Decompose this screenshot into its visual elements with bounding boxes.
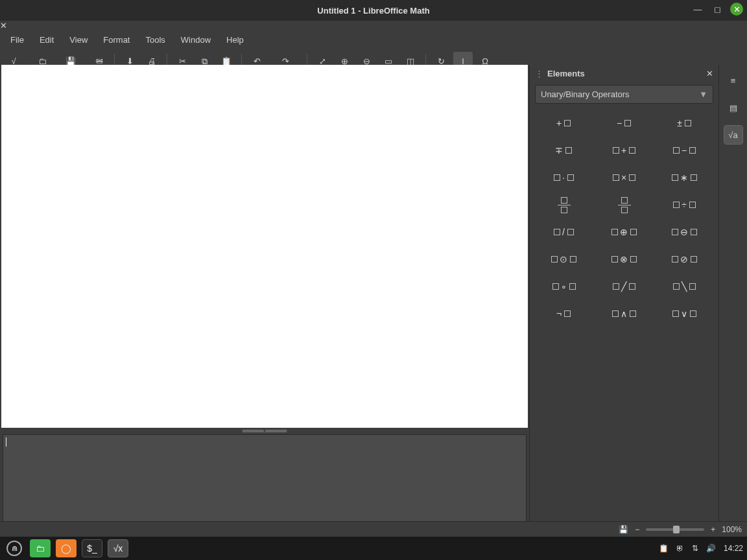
- zoom-slider[interactable]: [646, 528, 704, 531]
- sidebar-strip: ≡ ▤ √a: [718, 65, 747, 534]
- operator-fraction[interactable]: [535, 193, 593, 216]
- tray-clipboard-icon[interactable]: 📋: [659, 544, 669, 553]
- sidebar-properties-button[interactable]: ▤: [724, 99, 742, 117]
- maximize-button[interactable]: ◻: [711, 3, 724, 16]
- taskbar-terminal-button[interactable]: $_: [82, 539, 102, 557]
- sidebar-settings-button[interactable]: ≡: [724, 71, 742, 89]
- chevron-down-icon: ▼: [699, 89, 707, 99]
- zoom-in-icon[interactable]: +: [711, 525, 715, 534]
- menu-format[interactable]: Format: [97, 32, 136, 47]
- operator-division-obelus[interactable]: ÷: [656, 193, 713, 216]
- menu-file[interactable]: File: [4, 32, 30, 47]
- minimize-button[interactable]: —: [691, 3, 704, 16]
- taskbar-files-button[interactable]: 🗀: [30, 539, 51, 557]
- menu-tools[interactable]: Tools: [139, 32, 171, 47]
- operator-boolean-not[interactable]: ¬: [535, 302, 593, 325]
- taskbar-firefox-button[interactable]: ◯: [56, 539, 77, 557]
- window-title: Untitled 1 - LibreOffice Math: [317, 6, 429, 16]
- menu-window[interactable]: Window: [174, 32, 217, 47]
- taskbar-libreoffice-math-button[interactable]: √x: [108, 539, 128, 557]
- operator-boolean-or[interactable]: ∨: [656, 302, 713, 325]
- grip-icon[interactable]: ⋮: [535, 69, 543, 78]
- operator-mult-cross[interactable]: ×: [595, 166, 653, 189]
- menu-help[interactable]: Help: [220, 32, 250, 47]
- elements-panel-title: Elements: [547, 69, 706, 78]
- tray-shield-icon[interactable]: ⛨: [676, 544, 684, 553]
- save-status-icon[interactable]: 💾: [619, 525, 628, 534]
- menu-view[interactable]: View: [63, 32, 94, 47]
- menu-edit[interactable]: Edit: [33, 32, 60, 47]
- commands-editor[interactable]: [3, 434, 527, 531]
- operator-division-slash[interactable]: /: [535, 220, 593, 244]
- zoom-level[interactable]: 100%: [722, 525, 742, 534]
- operator-minusplus-sign[interactable]: ∓: [535, 139, 593, 162]
- operator-wideslash-frac[interactable]: [595, 193, 653, 216]
- operator-circled-minus[interactable]: ⊖: [656, 220, 713, 244]
- taskbar: ⋒ 🗀 ◯ $_ √x 📋 ⛨ ⇅ 🔊 14:22: [0, 537, 747, 560]
- operators-grid: +−±∓+−·×∗÷/⊕⊖⊙⊗⊘∘╱╲¬∧∨: [530, 106, 718, 331]
- operator-plusminus-sign[interactable]: ±: [656, 111, 713, 135]
- operator-concatenate[interactable]: ∘: [535, 275, 593, 298]
- category-dropdown[interactable]: Unary/Binary Operators ▼: [535, 85, 713, 104]
- operator-circled-plus[interactable]: ⊕: [595, 220, 653, 244]
- operator-mult-dot[interactable]: ·: [535, 166, 593, 189]
- elements-panel-close[interactable]: ✕: [706, 69, 713, 78]
- start-menu-button[interactable]: ⋒: [4, 539, 25, 557]
- tray-volume-icon[interactable]: 🔊: [706, 544, 716, 553]
- statusbar: 💾 − + 100%: [0, 521, 747, 537]
- operator-wideslash[interactable]: ╱: [595, 275, 653, 298]
- operator-circled-slash[interactable]: ⊘: [656, 248, 713, 271]
- menubar: FileEditViewFormatToolsWindowHelp: [0, 30, 747, 49]
- operator-circled-dot[interactable]: ⊙: [535, 248, 593, 271]
- elements-panel: ⋮ Elements ✕ Unary/Binary Operators ▼ +−…: [529, 65, 718, 534]
- formula-preview[interactable]: [0, 65, 529, 428]
- operator-minus-sign[interactable]: −: [595, 111, 653, 135]
- operator-boolean-and[interactable]: ∧: [595, 302, 653, 325]
- close-button[interactable]: ✕: [730, 3, 743, 16]
- operator-addition[interactable]: +: [595, 139, 653, 162]
- titlebar: Untitled 1 - LibreOffice Math — ◻ ✕: [0, 0, 747, 21]
- tray-clock[interactable]: 14:22: [724, 544, 743, 553]
- sidebar-elements-button[interactable]: √a: [724, 126, 742, 144]
- zoom-out-icon[interactable]: −: [635, 525, 639, 534]
- operator-circled-times[interactable]: ⊗: [595, 248, 653, 271]
- close-document-button[interactable]: ✕: [0, 21, 747, 30]
- operator-mult-star[interactable]: ∗: [656, 166, 713, 189]
- operator-widebslash[interactable]: ╲: [656, 275, 713, 298]
- tray-network-icon[interactable]: ⇅: [692, 544, 698, 553]
- category-label: Unary/Binary Operators: [541, 89, 630, 99]
- operator-subtraction[interactable]: −: [656, 139, 713, 162]
- operator-plus-sign[interactable]: +: [535, 111, 593, 135]
- splitter[interactable]: ▼: [0, 428, 529, 434]
